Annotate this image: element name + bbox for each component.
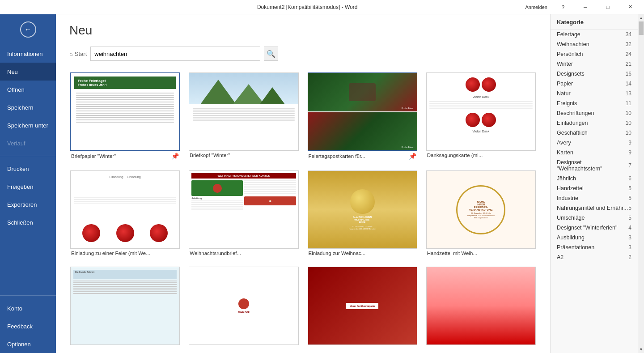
template-thumb-tpl5: Einladung Einladung — [70, 170, 180, 249]
template-thumb-tpl2 — [189, 72, 298, 151]
home-label: Start — [75, 51, 87, 57]
category-item-count: 32 — [626, 41, 631, 47]
category-item-avery[interactable]: Avery9 — [551, 138, 638, 148]
category-item-ausbildung[interactable]: Ausbildung3 — [551, 233, 638, 242]
sidebar-item-drucken[interactable]: Drucken — [0, 160, 56, 178]
template-card-tpl8[interactable]: NAMEIHRERFEIERTAS-VERANSTALTUNG 23. Deze… — [425, 170, 537, 259]
template-thumb-tpl9: Die Familie Schmitt — [70, 267, 180, 345]
category-item-prsentationen[interactable]: Präsentationen3 — [551, 242, 638, 252]
template-label-tpl8: Handzettel mit Weih... — [426, 249, 536, 258]
sidebar-item-speichern-unter[interactable]: Speichern unter — [0, 116, 56, 134]
category-item-ereignis[interactable]: Ereignis11 — [551, 98, 638, 108]
template-label-text-tpl4: Danksagungskarte (mi... — [427, 153, 483, 158]
category-item-nahrungsmittel-und-ernhr[interactable]: Nahrungsmittel und Ernähr...5 — [551, 203, 638, 213]
category-item-count: 6 — [628, 175, 631, 182]
template-thumb-tpl1: Frohe Feiertage!Frohes neues Jahr! — [70, 72, 180, 151]
template-card-tpl7[interactable]: ALLJÄHRLICHENWEIHNACHTS-FEIER 13. Dezemb… — [307, 170, 418, 259]
category-item-natur[interactable]: Natur13 — [551, 89, 638, 98]
template-card-tpl10[interactable]: JOHN DOE — [188, 266, 299, 349]
category-item-label: Präsentationen — [557, 244, 594, 251]
category-item-feiertage[interactable]: Feiertage34 — [551, 30, 638, 39]
template-thumb-tpl12 — [426, 267, 536, 345]
template-card-tpl1[interactable]: Frohe Feiertage!Frohes neues Jahr! Brief… — [69, 72, 181, 162]
category-item-jhrlich[interactable]: Jährlich6 — [551, 174, 638, 183]
category-item-label: Winter — [557, 61, 573, 67]
template-card-tpl5[interactable]: Einladung Einladung Einladung zu einer F… — [69, 170, 181, 259]
sidebar-item-konto[interactable]: Konto — [0, 299, 56, 317]
category-item-label: Einladungen — [557, 120, 588, 126]
template-card-tpl6[interactable]: WEIHNACHTSRUNDBRIEF DER KUNZES Anleitung… — [188, 170, 299, 259]
close-button[interactable]: ✕ — [620, 0, 640, 14]
sidebar-item-optionen[interactable]: Optionen — [0, 335, 56, 353]
category-item-count: 24 — [626, 51, 631, 57]
category-item-label: Ausbildung — [557, 234, 585, 241]
template-label-text-tpl5: Einladung zu einer Feier (mit We... — [71, 251, 150, 256]
category-item-geschftlich[interactable]: Geschäftlich10 — [551, 128, 638, 138]
signin-button[interactable]: Anmelden — [521, 4, 551, 11]
sidebar-bottom-nav: KontoFeedbackOptionen — [0, 299, 56, 353]
template-card-tpl9[interactable]: Die Familie Schmitt — [69, 266, 181, 349]
main-content: Neu ⌂ Start 🔍 Frohe Feiertage!Frohes neu… — [56, 14, 644, 353]
category-item-label: Umschläge — [557, 215, 585, 221]
category-item-label: Avery — [557, 140, 571, 146]
category-item-papier[interactable]: Papier14 — [551, 79, 638, 89]
category-item-persnlich[interactable]: Persönlich24 — [551, 49, 638, 59]
sidebar-divider — [0, 156, 56, 156]
category-item-count: 5 — [628, 195, 631, 201]
template-thumb-tpl8: NAMEIHRERFEIERTAS-VERANSTALTUNG 23. Deze… — [426, 170, 536, 249]
template-card-tpl3[interactable]: Frohe Feier... Frohe Feier... Feiertagsp… — [307, 72, 418, 162]
sidebar-item-informationen[interactable]: Informationen — [0, 45, 56, 63]
template-thumb-tpl7: ALLJÄHRLICHENWEIHNACHTS-FEIER 13. Dezemb… — [308, 170, 417, 249]
scroll-down-button[interactable]: ▼ — [638, 346, 644, 353]
category-item-winter[interactable]: Winter21 — [551, 59, 638, 69]
category-item-label: Karten — [557, 149, 573, 156]
category-item-einladungen[interactable]: Einladungen10 — [551, 118, 638, 128]
category-item-umschlge[interactable]: Umschläge5 — [551, 213, 638, 223]
search-input[interactable] — [90, 47, 260, 61]
category-item-designset-weihnachtsstern[interactable]: Designset "Weihnachtsstern"7 — [551, 157, 638, 174]
category-item-label: Designset "Winterferien" — [557, 225, 617, 231]
category-item-count: 5 — [628, 215, 631, 221]
scroll-thumb[interactable] — [639, 21, 644, 35]
home-link[interactable]: ⌂ Start — [69, 51, 87, 57]
search-button[interactable]: 🔍 — [264, 47, 278, 61]
template-label-tpl3: Feiertagspostkarten für...📌 — [308, 151, 417, 162]
template-card-tpl11[interactable]: Unser Familienmagazin — [307, 266, 418, 349]
category-item-weihnachten[interactable]: Weihnachten32 — [551, 39, 638, 49]
category-item-karten[interactable]: Karten9 — [551, 148, 638, 157]
category-item-industrie[interactable]: Industrie5 — [551, 193, 638, 203]
template-card-tpl2[interactable]: Briefkopf "Winter" — [188, 72, 299, 162]
back-arrow-icon: ← — [20, 21, 36, 38]
help-button[interactable]: ? — [553, 0, 573, 14]
content-area: Neu ⌂ Start 🔍 Frohe Feiertage!Frohes neu… — [56, 14, 644, 353]
category-item-label: Papier — [557, 81, 573, 87]
category-item-label: Beschriftungen — [557, 110, 594, 116]
category-item-count: 2 — [628, 254, 631, 260]
minimize-button[interactable]: ─ — [575, 0, 596, 14]
category-item-designsets[interactable]: Designsets16 — [551, 69, 638, 79]
sidebar-item-freigeben[interactable]: Freigeben — [0, 178, 56, 196]
template-card-tpl4[interactable]: Vielen Dank Vielen Dank Danksagungskarte… — [425, 72, 537, 162]
template-card-tpl12[interactable] — [425, 266, 537, 349]
scroll-up-button[interactable]: ▲ — [638, 14, 644, 21]
category-item-count: 14 — [626, 81, 631, 87]
sidebar-item-schliessen[interactable]: Schließen — [0, 213, 56, 231]
back-button[interactable]: ← — [0, 14, 56, 45]
category-item-count: 21 — [626, 61, 631, 67]
sidebar-item-feedback[interactable]: Feedback — [0, 317, 56, 335]
maximize-button[interactable]: □ — [597, 0, 618, 14]
category-item-handzettel[interactable]: Handzettel5 — [551, 183, 638, 193]
category-item-count: 7 — [628, 162, 631, 169]
sidebar-item-exportieren[interactable]: Exportieren — [0, 196, 56, 213]
category-item-label: Designset "Weihnachtsstern" — [557, 159, 628, 172]
template-label-tpl6: Weihnachtsrundbrief... — [189, 249, 298, 258]
sidebar-item-oeffnen[interactable]: Öffnen — [0, 81, 56, 98]
category-item-a2[interactable]: A22 — [551, 252, 638, 262]
sidebar-item-verlauf: Verlauf — [0, 134, 56, 152]
sidebar-item-speichern[interactable]: Speichern — [0, 98, 56, 116]
sidebar-item-neu[interactable]: Neu — [0, 63, 56, 81]
category-item-count: 3 — [628, 234, 631, 241]
category-item-beschriftungen[interactable]: Beschriftungen10 — [551, 108, 638, 118]
category-item-designset-winterferien[interactable]: Designset "Winterferien"4 — [551, 223, 638, 233]
pin-icon: 📌 — [171, 153, 179, 160]
